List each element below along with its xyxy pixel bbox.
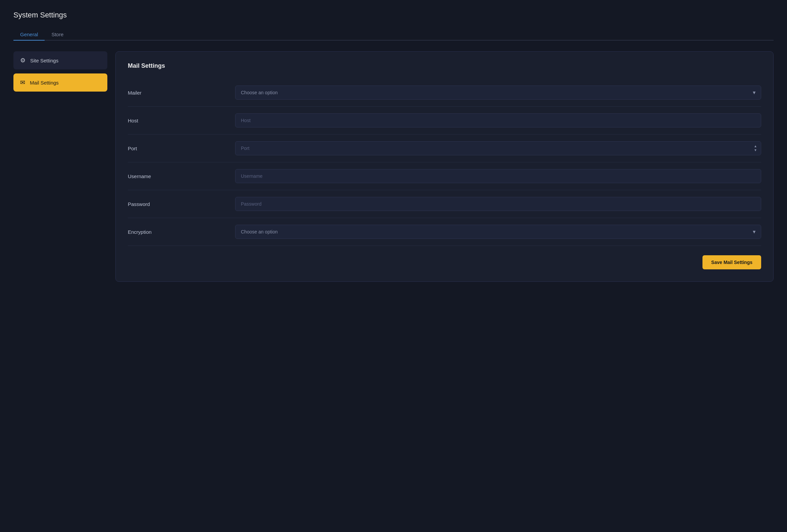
form-row-mailer: Mailer Choose an option ▼: [128, 79, 761, 107]
control-mailer: Choose an option ▼: [235, 86, 761, 100]
control-password: [235, 197, 761, 211]
username-input[interactable]: [235, 169, 761, 183]
section-title: Mail Settings: [128, 62, 761, 69]
select-wrapper-encryption: Choose an option ▼: [235, 225, 761, 239]
form-row-password: Password: [128, 190, 761, 218]
control-encryption: Choose an option ▼: [235, 225, 761, 239]
label-encryption: Encryption: [128, 229, 235, 235]
sidebar-item-mail-settings-label: Mail Settings: [30, 80, 59, 86]
tab-general[interactable]: General: [14, 29, 45, 41]
sidebar-item-mail-settings[interactable]: Mail Settings: [14, 73, 107, 91]
sidebar-item-site-settings-label: Site Settings: [30, 58, 58, 63]
label-host: Host: [128, 118, 235, 124]
form-row-host: Host: [128, 107, 761, 134]
password-input[interactable]: [235, 197, 761, 211]
form-actions: Save Mail Settings: [128, 255, 761, 269]
port-wrapper: ▲ ▼: [235, 141, 761, 155]
control-host: [235, 113, 761, 127]
label-port: Port: [128, 146, 235, 151]
label-mailer: Mailer: [128, 90, 235, 95]
mail-icon: [20, 79, 25, 86]
label-username: Username: [128, 173, 235, 179]
page-title: System Settings: [14, 11, 773, 19]
form-row-port: Port ▲ ▼: [128, 134, 761, 162]
port-input[interactable]: [235, 141, 761, 155]
save-mail-settings-button[interactable]: Save Mail Settings: [702, 255, 761, 269]
form-row-encryption: Encryption Choose an option ▼: [128, 218, 761, 246]
label-password: Password: [128, 201, 235, 207]
sidebar-item-site-settings[interactable]: Site Settings: [14, 51, 107, 69]
form-row-username: Username: [128, 162, 761, 190]
control-username: [235, 169, 761, 183]
control-port: ▲ ▼: [235, 141, 761, 155]
sidebar: Site Settings Mail Settings: [14, 51, 107, 91]
select-wrapper-mailer: Choose an option ▼: [235, 86, 761, 100]
host-input[interactable]: [235, 113, 761, 127]
layout: Site Settings Mail Settings Mail Setting…: [14, 51, 773, 282]
tab-store[interactable]: Store: [45, 29, 70, 41]
gear-icon: [20, 57, 25, 64]
tab-bar: General Store: [14, 29, 773, 41]
mailer-select[interactable]: Choose an option: [235, 86, 761, 100]
encryption-select[interactable]: Choose an option: [235, 225, 761, 239]
main-content: Mail Settings Mailer Choose an option ▼ …: [115, 51, 773, 282]
